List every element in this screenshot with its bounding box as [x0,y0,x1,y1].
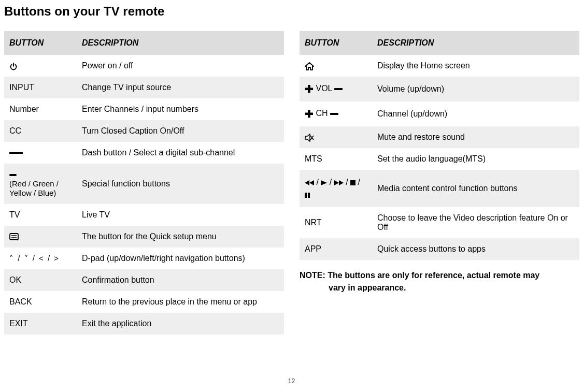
button-cell [4,142,77,164]
page-number: 12 [288,378,295,385]
svg-marker-8 [305,63,314,70]
button-cell: ˄ / ˅ / < / > [4,248,77,269]
desc-cell: Media content control function buttons [372,170,579,207]
desc-cell: Channel (up/down) [372,101,579,126]
button-cell: INPUT [4,77,77,98]
desc-cell: Change TV input source [77,77,284,98]
table-row: NRT Choose to leave the Video descriptio… [300,207,579,238]
table-row: Dash button / Select a digital sub-chann… [4,142,284,164]
svg-marker-12 [305,180,309,185]
desc-cell: D-pad (up/down/left/right navigation but… [77,248,284,269]
right-table: BUTTON DESCRIPTION Display the Home scre… [300,31,579,260]
table-row: INPUT Change TV input source [4,77,284,98]
desc-cell: Return to the previous place in the menu… [77,291,284,313]
desc-cell: Choose to leave the Video description fe… [372,207,579,238]
dash-icon [9,152,23,154]
table-row: TV Live TV [4,204,284,226]
table-row: BACK Return to the previous place in the… [4,291,284,313]
plus-icon: ✚ [305,83,314,95]
button-cell: TV [4,204,77,226]
desc-cell: Special function buttons [77,164,284,204]
table-row: / / / / Media content control function b… [300,170,579,207]
left-column: BUTTON DESCRIPTION Power on / off INPUT … [4,31,284,335]
page-title: Buttons on your TV remote [0,0,583,19]
table-row: EXIT Exit the application [4,313,284,335]
minus-icon [334,88,343,90]
mute-icon [305,134,314,142]
button-cell: Number [4,98,77,120]
svg-rect-18 [305,193,307,198]
ch-label: CH [316,109,328,118]
table-row: ✚ CH Channel (up/down) [300,101,579,126]
desc-cell: Turn Closed Caption On/Off [77,120,284,142]
table-row: OK Confirmation button [4,269,284,291]
header-description: DESCRIPTION [372,31,579,55]
svg-rect-17 [350,180,356,185]
button-cell [4,55,77,77]
stop-icon [350,180,356,185]
header-button: BUTTON [300,31,372,55]
desc-cell: Enter Channels / input numbers [77,98,284,120]
note-line1: The buttons are only for reference, actu… [328,271,539,280]
power-icon [9,62,18,70]
play-icon [321,180,327,185]
home-icon [305,62,314,70]
desc-cell: Volume (up/down) [372,77,579,101]
columns: BUTTON DESCRIPTION Power on / off INPUT … [0,19,583,335]
plus-icon: ✚ [305,108,314,120]
rewind-icon [305,180,314,185]
button-cell: ✚ CH [300,101,372,126]
button-cell [300,126,372,148]
vol-label: VOL [316,84,332,93]
button-cell: EXIT [4,313,77,335]
desc-cell: The button for the Quick setup menu [77,226,284,248]
svg-marker-13 [309,180,314,185]
table-row: CC Turn Closed Caption On/Off [4,120,284,142]
button-cell: ✚ VOL [300,77,372,101]
svg-marker-14 [321,180,327,185]
button-cell: CC [4,120,77,142]
table-row: MTS Set the audio language(MTS) [300,148,579,170]
desc-cell: Power on / off [77,55,284,77]
svg-rect-4 [10,234,18,240]
svg-marker-9 [305,134,310,141]
left-table: BUTTON DESCRIPTION Power on / off INPUT … [4,31,284,335]
button-cell [4,226,77,248]
table-row: ✚ VOL Volume (up/down) [300,77,579,101]
desc-cell: Dash button / Select a digital sub-chann… [77,142,284,164]
table-row: APP Quick access buttons to apps [300,238,579,260]
table-row: ˄ / ˅ / < / > D-pad (up/down/left/right … [4,248,284,269]
button-cell: (Red / Green / Yellow / Blue) [4,164,77,204]
pause-icon [305,193,310,198]
header-description: DESCRIPTION [77,31,284,55]
button-cell: BACK [4,291,77,313]
note-line2: vary in appearance. [300,282,579,294]
note: NOTE: The buttons are only for reference… [300,260,579,294]
header-button: BUTTON [4,31,77,55]
button-cell: NRT [300,207,372,238]
desc-cell: Mute and restore sound [372,126,579,148]
color-key-icon [9,174,17,176]
table-row: Number Enter Channels / input numbers [4,98,284,120]
svg-rect-19 [308,193,310,198]
desc-cell: Exit the application [77,313,284,335]
quick-menu-icon [9,233,20,241]
desc-cell: Live TV [77,204,284,226]
desc-cell: Quick access buttons to apps [372,238,579,260]
button-cell [300,55,372,77]
button-cell: / / / / [300,170,372,207]
table-row: Power on / off [4,55,284,77]
table-row: Mute and restore sound [300,126,579,148]
desc-cell: Confirmation button [77,269,284,291]
desc-cell: Display the Home screen [372,55,579,77]
right-column: BUTTON DESCRIPTION Display the Home scre… [300,31,579,335]
desc-cell: Set the audio language(MTS) [372,148,579,170]
button-cell: OK [4,269,77,291]
svg-marker-15 [334,180,339,185]
table-row: The button for the Quick setup menu [4,226,284,248]
color-subtext: (Red / Green / Yellow / Blue) [9,179,59,197]
note-label: NOTE: [300,271,325,280]
button-cell: APP [300,238,372,260]
svg-rect-3 [13,63,14,66]
minus-icon [330,113,338,115]
